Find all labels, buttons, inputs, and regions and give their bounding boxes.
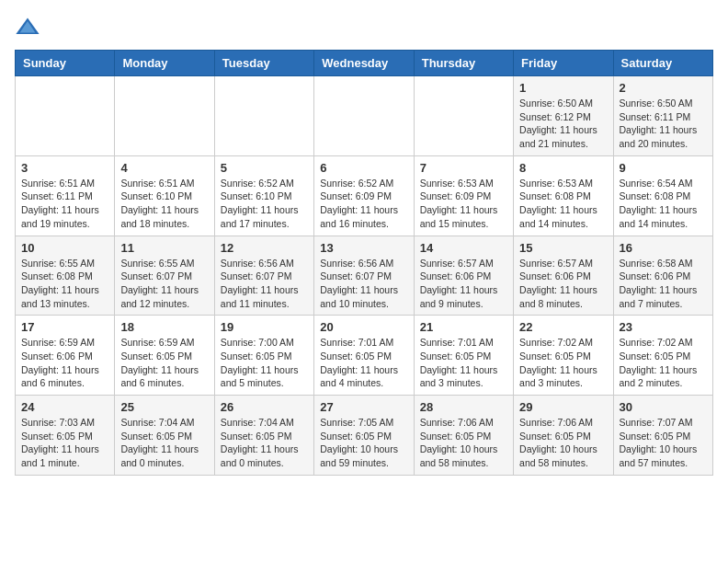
day-info: Sunrise: 6:50 AM Sunset: 6:11 PM Dayligh… — [620, 97, 707, 151]
day-info: Sunrise: 7:03 AM Sunset: 6:05 PM Dayligh… — [21, 416, 108, 470]
day-info: Sunrise: 6:59 AM Sunset: 6:05 PM Dayligh… — [120, 336, 208, 390]
day-number: 20 — [320, 320, 407, 334]
day-number: 10 — [21, 241, 108, 255]
day-number: 30 — [620, 400, 707, 414]
column-header-thursday: Thursday — [414, 51, 513, 76]
day-number: 3 — [21, 161, 108, 175]
day-info: Sunrise: 7:01 AM Sunset: 6:05 PM Dayligh… — [420, 336, 507, 390]
day-number: 18 — [120, 320, 208, 334]
day-info: Sunrise: 7:02 AM Sunset: 6:05 PM Dayligh… — [519, 336, 607, 390]
calendar-week-row: 10Sunrise: 6:55 AM Sunset: 6:08 PM Dayli… — [16, 236, 713, 316]
day-number: 23 — [620, 320, 707, 334]
day-number: 1 — [519, 81, 607, 95]
day-number: 22 — [519, 320, 607, 334]
calendar-cell: 24Sunrise: 7:03 AM Sunset: 6:05 PM Dayli… — [16, 396, 115, 476]
day-info: Sunrise: 7:00 AM Sunset: 6:05 PM Dayligh… — [221, 336, 308, 390]
day-info: Sunrise: 6:52 AM Sunset: 6:10 PM Dayligh… — [221, 177, 308, 231]
calendar-cell: 6Sunrise: 6:52 AM Sunset: 6:09 PM Daylig… — [314, 155, 414, 236]
day-number: 29 — [519, 400, 607, 414]
day-number: 27 — [320, 400, 407, 414]
calendar-cell: 23Sunrise: 7:02 AM Sunset: 6:05 PM Dayli… — [613, 316, 712, 396]
column-header-friday: Friday — [514, 51, 613, 76]
calendar-table: SundayMondayTuesdayWednesdayThursdayFrid… — [15, 50, 713, 476]
day-info: Sunrise: 6:55 AM Sunset: 6:08 PM Dayligh… — [21, 257, 108, 311]
day-number: 4 — [120, 161, 208, 175]
day-number: 28 — [420, 400, 507, 414]
day-info: Sunrise: 7:04 AM Sunset: 6:05 PM Dayligh… — [120, 416, 208, 470]
day-info: Sunrise: 7:06 AM Sunset: 6:05 PM Dayligh… — [519, 416, 607, 470]
calendar-cell: 9Sunrise: 6:54 AM Sunset: 6:08 PM Daylig… — [613, 155, 712, 236]
day-number: 17 — [21, 320, 108, 334]
day-number: 25 — [120, 400, 208, 414]
day-number: 13 — [320, 241, 407, 255]
day-number: 12 — [221, 241, 308, 255]
calendar-cell: 25Sunrise: 7:04 AM Sunset: 6:05 PM Dayli… — [115, 396, 214, 476]
calendar-cell: 22Sunrise: 7:02 AM Sunset: 6:05 PM Dayli… — [514, 316, 613, 396]
calendar-cell: 3Sunrise: 6:51 AM Sunset: 6:11 PM Daylig… — [16, 155, 115, 236]
day-info: Sunrise: 6:54 AM Sunset: 6:08 PM Dayligh… — [620, 177, 707, 231]
page-header — [15, 15, 713, 40]
day-number: 24 — [21, 400, 108, 414]
calendar-cell: 8Sunrise: 6:53 AM Sunset: 6:08 PM Daylig… — [514, 155, 613, 236]
day-info: Sunrise: 6:57 AM Sunset: 6:06 PM Dayligh… — [519, 257, 607, 311]
column-header-monday: Monday — [115, 51, 214, 76]
calendar-cell: 20Sunrise: 7:01 AM Sunset: 6:05 PM Dayli… — [314, 316, 414, 396]
calendar-week-row: 24Sunrise: 7:03 AM Sunset: 6:05 PM Dayli… — [16, 396, 713, 476]
day-info: Sunrise: 7:05 AM Sunset: 6:05 PM Dayligh… — [320, 416, 407, 470]
day-info: Sunrise: 6:51 AM Sunset: 6:10 PM Dayligh… — [120, 177, 208, 231]
calendar-cell: 11Sunrise: 6:55 AM Sunset: 6:07 PM Dayli… — [115, 236, 214, 316]
calendar-week-row: 1Sunrise: 6:50 AM Sunset: 6:12 PM Daylig… — [16, 76, 713, 156]
calendar-cell: 17Sunrise: 6:59 AM Sunset: 6:06 PM Dayli… — [16, 316, 115, 396]
day-number: 15 — [519, 241, 607, 255]
day-number: 14 — [420, 241, 507, 255]
day-number: 8 — [519, 161, 607, 175]
day-info: Sunrise: 7:02 AM Sunset: 6:05 PM Dayligh… — [620, 336, 707, 390]
day-info: Sunrise: 6:50 AM Sunset: 6:12 PM Dayligh… — [519, 97, 607, 151]
day-info: Sunrise: 6:55 AM Sunset: 6:07 PM Dayligh… — [120, 257, 208, 311]
calendar-cell: 21Sunrise: 7:01 AM Sunset: 6:05 PM Dayli… — [414, 316, 513, 396]
day-info: Sunrise: 6:51 AM Sunset: 6:11 PM Dayligh… — [21, 177, 108, 231]
day-info: Sunrise: 6:57 AM Sunset: 6:06 PM Dayligh… — [420, 257, 507, 311]
calendar-cell: 13Sunrise: 6:56 AM Sunset: 6:07 PM Dayli… — [314, 236, 414, 316]
column-header-saturday: Saturday — [613, 51, 712, 76]
day-number: 9 — [620, 161, 707, 175]
day-info: Sunrise: 6:59 AM Sunset: 6:06 PM Dayligh… — [21, 336, 108, 390]
logo-icon — [15, 15, 40, 40]
day-info: Sunrise: 7:06 AM Sunset: 6:05 PM Dayligh… — [420, 416, 507, 470]
calendar-cell — [414, 76, 513, 156]
calendar-cell: 26Sunrise: 7:04 AM Sunset: 6:05 PM Dayli… — [214, 396, 313, 476]
calendar-cell: 29Sunrise: 7:06 AM Sunset: 6:05 PM Dayli… — [514, 396, 613, 476]
day-info: Sunrise: 7:04 AM Sunset: 6:05 PM Dayligh… — [221, 416, 308, 470]
day-info: Sunrise: 6:53 AM Sunset: 6:08 PM Dayligh… — [519, 177, 607, 231]
calendar-cell: 2Sunrise: 6:50 AM Sunset: 6:11 PM Daylig… — [613, 76, 712, 156]
calendar-week-row: 3Sunrise: 6:51 AM Sunset: 6:11 PM Daylig… — [16, 155, 713, 236]
calendar-cell: 15Sunrise: 6:57 AM Sunset: 6:06 PM Dayli… — [514, 236, 613, 316]
calendar-cell — [16, 76, 115, 156]
calendar-cell: 27Sunrise: 7:05 AM Sunset: 6:05 PM Dayli… — [314, 396, 414, 476]
calendar-cell: 5Sunrise: 6:52 AM Sunset: 6:10 PM Daylig… — [214, 155, 313, 236]
day-info: Sunrise: 7:07 AM Sunset: 6:05 PM Dayligh… — [620, 416, 707, 470]
calendar-cell — [115, 76, 214, 156]
logo — [15, 15, 44, 40]
calendar-cell: 19Sunrise: 7:00 AM Sunset: 6:05 PM Dayli… — [214, 316, 313, 396]
day-info: Sunrise: 6:56 AM Sunset: 6:07 PM Dayligh… — [221, 257, 308, 311]
day-number: 2 — [620, 81, 707, 95]
day-number: 26 — [221, 400, 308, 414]
column-header-wednesday: Wednesday — [314, 51, 414, 76]
calendar-cell — [214, 76, 313, 156]
calendar-cell: 14Sunrise: 6:57 AM Sunset: 6:06 PM Dayli… — [414, 236, 513, 316]
calendar-cell: 30Sunrise: 7:07 AM Sunset: 6:05 PM Dayli… — [613, 396, 712, 476]
day-info: Sunrise: 6:52 AM Sunset: 6:09 PM Dayligh… — [320, 177, 407, 231]
calendar-cell — [314, 76, 414, 156]
calendar-header-row: SundayMondayTuesdayWednesdayThursdayFrid… — [16, 51, 713, 76]
day-info: Sunrise: 6:56 AM Sunset: 6:07 PM Dayligh… — [320, 257, 407, 311]
day-number: 6 — [320, 161, 407, 175]
day-number: 11 — [120, 241, 208, 255]
day-number: 21 — [420, 320, 507, 334]
column-header-tuesday: Tuesday — [214, 51, 313, 76]
calendar-week-row: 17Sunrise: 6:59 AM Sunset: 6:06 PM Dayli… — [16, 316, 713, 396]
calendar-cell: 12Sunrise: 6:56 AM Sunset: 6:07 PM Dayli… — [214, 236, 313, 316]
day-info: Sunrise: 6:58 AM Sunset: 6:06 PM Dayligh… — [620, 257, 707, 311]
calendar-cell: 16Sunrise: 6:58 AM Sunset: 6:06 PM Dayli… — [613, 236, 712, 316]
calendar-cell: 10Sunrise: 6:55 AM Sunset: 6:08 PM Dayli… — [16, 236, 115, 316]
